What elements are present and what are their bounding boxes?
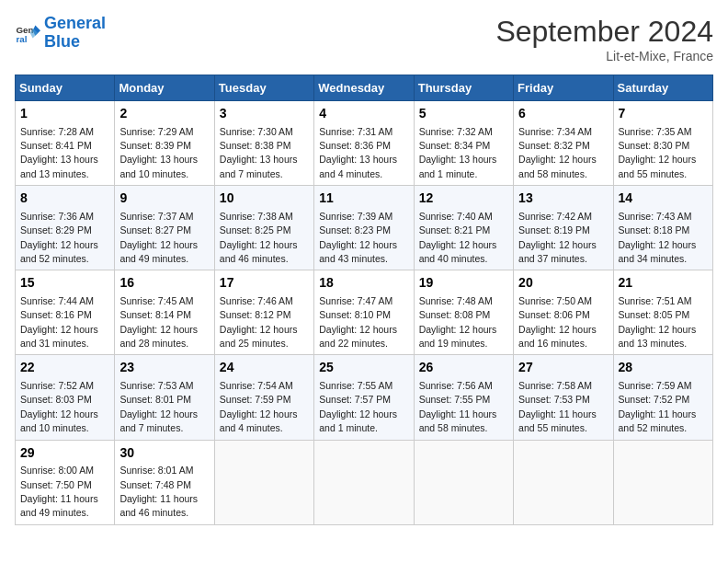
week-row-5: 29Sunrise: 8:00 AM Sunset: 7:50 PM Dayli… bbox=[16, 440, 713, 524]
day-number: 21 bbox=[619, 274, 708, 293]
title-block: September 2024 Lit-et-Mixe, France bbox=[495, 15, 713, 63]
day-number: 15 bbox=[20, 274, 109, 293]
day-number: 19 bbox=[419, 274, 508, 293]
day-cell-19: 19Sunrise: 7:48 AM Sunset: 8:08 PM Dayli… bbox=[414, 270, 513, 355]
day-info: Sunrise: 7:37 AM Sunset: 8:27 PM Dayligh… bbox=[119, 211, 198, 264]
svg-text:ral: ral bbox=[16, 34, 27, 44]
day-info: Sunrise: 7:48 AM Sunset: 8:08 PM Dayligh… bbox=[419, 295, 497, 349]
day-cell-2: 2Sunrise: 7:29 AM Sunset: 8:39 PM Daylig… bbox=[115, 101, 214, 186]
day-info: Sunrise: 7:28 AM Sunset: 8:41 PM Dayligh… bbox=[20, 126, 98, 179]
day-number: 2 bbox=[119, 105, 209, 123]
day-cell-26: 26Sunrise: 7:56 AM Sunset: 7:55 PM Dayli… bbox=[414, 355, 513, 440]
day-info: Sunrise: 7:30 AM Sunset: 8:38 PM Dayligh… bbox=[220, 126, 298, 179]
day-info: Sunrise: 7:55 AM Sunset: 7:57 PM Dayligh… bbox=[319, 380, 397, 433]
day-cell-14: 14Sunrise: 7:43 AM Sunset: 8:18 PM Dayli… bbox=[613, 186, 712, 270]
day-number: 24 bbox=[220, 359, 309, 377]
empty-cell bbox=[613, 440, 712, 524]
day-cell-10: 10Sunrise: 7:38 AM Sunset: 8:25 PM Dayli… bbox=[214, 186, 313, 270]
header-sunday: Sunday bbox=[16, 75, 115, 101]
day-info: Sunrise: 7:35 AM Sunset: 8:30 PM Dayligh… bbox=[619, 126, 697, 179]
day-info: Sunrise: 7:54 AM Sunset: 7:59 PM Dayligh… bbox=[220, 380, 298, 433]
day-number: 1 bbox=[20, 105, 109, 123]
day-info: Sunrise: 7:38 AM Sunset: 8:25 PM Dayligh… bbox=[220, 211, 298, 264]
day-number: 26 bbox=[419, 359, 508, 377]
day-number: 20 bbox=[518, 274, 608, 293]
day-info: Sunrise: 7:34 AM Sunset: 8:32 PM Dayligh… bbox=[518, 126, 597, 179]
logo-icon: Gene ral bbox=[15, 20, 40, 46]
day-cell-18: 18Sunrise: 7:47 AM Sunset: 8:10 PM Dayli… bbox=[314, 270, 414, 355]
week-row-2: 8Sunrise: 7:36 AM Sunset: 8:29 PM Daylig… bbox=[16, 186, 713, 270]
logo: Gene ral General Blue bbox=[15, 15, 106, 52]
day-info: Sunrise: 7:58 AM Sunset: 7:53 PM Dayligh… bbox=[518, 380, 597, 433]
day-cell-29: 29Sunrise: 8:00 AM Sunset: 7:50 PM Dayli… bbox=[16, 440, 115, 524]
day-cell-9: 9Sunrise: 7:37 AM Sunset: 8:27 PM Daylig… bbox=[115, 186, 214, 270]
day-number: 23 bbox=[119, 359, 209, 377]
day-info: Sunrise: 7:40 AM Sunset: 8:21 PM Dayligh… bbox=[419, 211, 497, 264]
day-number: 5 bbox=[419, 105, 508, 123]
day-number: 7 bbox=[619, 105, 708, 123]
header-wednesday: Wednesday bbox=[314, 75, 414, 101]
day-info: Sunrise: 7:59 AM Sunset: 7:52 PM Dayligh… bbox=[619, 380, 697, 433]
month-title: September 2024 bbox=[495, 15, 713, 49]
day-cell-6: 6Sunrise: 7:34 AM Sunset: 8:32 PM Daylig… bbox=[514, 101, 613, 186]
day-cell-12: 12Sunrise: 7:40 AM Sunset: 8:21 PM Dayli… bbox=[414, 186, 513, 270]
day-cell-27: 27Sunrise: 7:58 AM Sunset: 7:53 PM Dayli… bbox=[514, 355, 613, 440]
day-info: Sunrise: 7:47 AM Sunset: 8:10 PM Dayligh… bbox=[319, 295, 397, 349]
day-info: Sunrise: 8:00 AM Sunset: 7:50 PM Dayligh… bbox=[20, 465, 98, 518]
day-number: 12 bbox=[419, 190, 508, 208]
day-info: Sunrise: 7:45 AM Sunset: 8:14 PM Dayligh… bbox=[119, 295, 198, 349]
day-cell-11: 11Sunrise: 7:39 AM Sunset: 8:23 PM Dayli… bbox=[314, 186, 414, 270]
day-info: Sunrise: 7:44 AM Sunset: 8:16 PM Dayligh… bbox=[20, 295, 98, 349]
day-number: 18 bbox=[319, 274, 408, 293]
day-cell-5: 5Sunrise: 7:32 AM Sunset: 8:34 PM Daylig… bbox=[414, 101, 513, 186]
day-cell-3: 3Sunrise: 7:30 AM Sunset: 8:38 PM Daylig… bbox=[214, 101, 313, 186]
day-info: Sunrise: 7:56 AM Sunset: 7:55 PM Dayligh… bbox=[419, 380, 497, 433]
day-number: 16 bbox=[119, 274, 209, 293]
day-cell-1: 1Sunrise: 7:28 AM Sunset: 8:41 PM Daylig… bbox=[16, 101, 115, 186]
empty-cell bbox=[414, 440, 513, 524]
header-friday: Friday bbox=[514, 75, 613, 101]
day-number: 10 bbox=[220, 190, 309, 208]
day-info: Sunrise: 7:31 AM Sunset: 8:36 PM Dayligh… bbox=[319, 126, 397, 179]
day-cell-16: 16Sunrise: 7:45 AM Sunset: 8:14 PM Dayli… bbox=[115, 270, 214, 355]
day-number: 14 bbox=[619, 190, 708, 208]
page-header: Gene ral General Blue September 2024 Lit… bbox=[15, 15, 713, 63]
header-tuesday: Tuesday bbox=[214, 75, 313, 101]
day-info: Sunrise: 7:32 AM Sunset: 8:34 PM Dayligh… bbox=[419, 126, 497, 179]
week-row-3: 15Sunrise: 7:44 AM Sunset: 8:16 PM Dayli… bbox=[16, 270, 713, 355]
header-thursday: Thursday bbox=[414, 75, 513, 101]
day-number: 28 bbox=[619, 359, 708, 377]
day-number: 27 bbox=[518, 359, 608, 377]
day-info: Sunrise: 7:52 AM Sunset: 8:03 PM Dayligh… bbox=[20, 380, 98, 433]
day-number: 13 bbox=[518, 190, 608, 208]
empty-cell bbox=[514, 440, 613, 524]
day-cell-21: 21Sunrise: 7:51 AM Sunset: 8:05 PM Dayli… bbox=[613, 270, 712, 355]
day-cell-28: 28Sunrise: 7:59 AM Sunset: 7:52 PM Dayli… bbox=[613, 355, 712, 440]
day-cell-15: 15Sunrise: 7:44 AM Sunset: 8:16 PM Dayli… bbox=[16, 270, 115, 355]
day-cell-24: 24Sunrise: 7:54 AM Sunset: 7:59 PM Dayli… bbox=[214, 355, 313, 440]
day-cell-13: 13Sunrise: 7:42 AM Sunset: 8:19 PM Dayli… bbox=[514, 186, 613, 270]
day-info: Sunrise: 7:29 AM Sunset: 8:39 PM Dayligh… bbox=[119, 126, 198, 179]
day-info: Sunrise: 7:53 AM Sunset: 8:01 PM Dayligh… bbox=[119, 380, 198, 433]
header-saturday: Saturday bbox=[613, 75, 712, 101]
day-number: 11 bbox=[319, 190, 408, 208]
day-info: Sunrise: 7:50 AM Sunset: 8:06 PM Dayligh… bbox=[518, 295, 597, 349]
day-number: 6 bbox=[518, 105, 608, 123]
day-info: Sunrise: 7:46 AM Sunset: 8:12 PM Dayligh… bbox=[220, 295, 298, 349]
day-cell-22: 22Sunrise: 7:52 AM Sunset: 8:03 PM Dayli… bbox=[16, 355, 115, 440]
day-number: 29 bbox=[20, 444, 109, 463]
day-cell-25: 25Sunrise: 7:55 AM Sunset: 7:57 PM Dayli… bbox=[314, 355, 414, 440]
day-cell-7: 7Sunrise: 7:35 AM Sunset: 8:30 PM Daylig… bbox=[613, 101, 712, 186]
header-row: SundayMondayTuesdayWednesdayThursdayFrid… bbox=[16, 75, 713, 101]
day-cell-23: 23Sunrise: 7:53 AM Sunset: 8:01 PM Dayli… bbox=[115, 355, 214, 440]
day-cell-17: 17Sunrise: 7:46 AM Sunset: 8:12 PM Dayli… bbox=[214, 270, 313, 355]
day-cell-20: 20Sunrise: 7:50 AM Sunset: 8:06 PM Dayli… bbox=[514, 270, 613, 355]
day-cell-8: 8Sunrise: 7:36 AM Sunset: 8:29 PM Daylig… bbox=[16, 186, 115, 270]
day-number: 17 bbox=[220, 274, 309, 293]
day-number: 22 bbox=[20, 359, 109, 377]
day-number: 9 bbox=[119, 190, 209, 208]
logo-name: General Blue bbox=[44, 15, 106, 52]
day-info: Sunrise: 7:51 AM Sunset: 8:05 PM Dayligh… bbox=[619, 295, 697, 349]
logo-line2: Blue bbox=[44, 32, 80, 51]
day-info: Sunrise: 7:42 AM Sunset: 8:19 PM Dayligh… bbox=[518, 211, 597, 264]
